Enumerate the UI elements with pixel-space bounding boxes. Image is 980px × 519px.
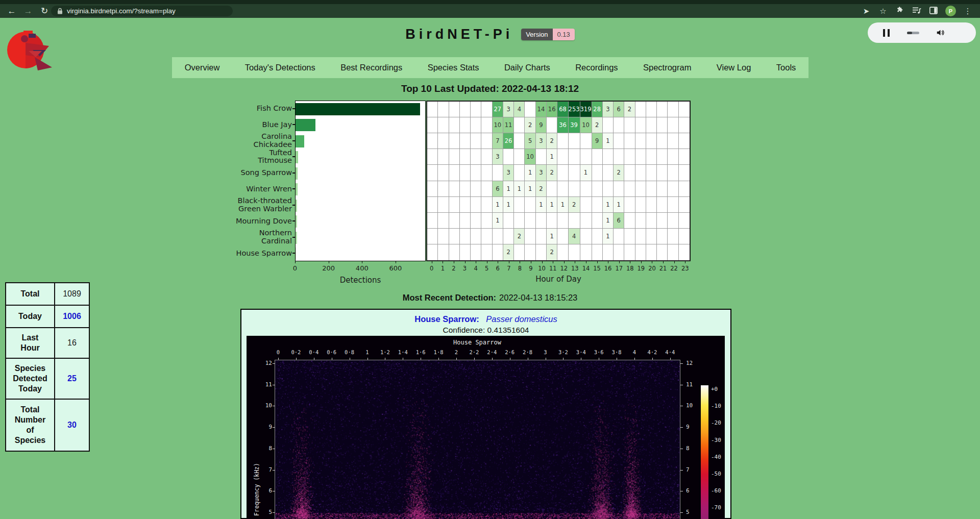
pause-icon[interactable] bbox=[883, 29, 890, 37]
heatmap-cell: 2 bbox=[614, 165, 624, 181]
bar-axis-tickmark bbox=[396, 261, 396, 263]
profile-avatar[interactable]: P bbox=[945, 6, 956, 16]
spectrogram-x-tick-16: 3·2 bbox=[558, 349, 568, 355]
spectrogram-x-tickmark bbox=[332, 358, 332, 360]
side-panel-icon[interactable] bbox=[928, 7, 939, 16]
bar-axis-tick-0: 0 bbox=[293, 264, 297, 272]
heatmap-cell bbox=[525, 213, 535, 229]
stats-value[interactable]: 30 bbox=[55, 399, 89, 451]
spectrogram-y-tickmark bbox=[680, 363, 683, 364]
audio-scrubber[interactable] bbox=[907, 32, 919, 34]
heatmap-cell: 1 bbox=[603, 197, 614, 213]
heatmap-cell bbox=[525, 102, 535, 117]
spectrogram-x-tickmark bbox=[599, 358, 599, 360]
nav-item-tools[interactable]: Tools bbox=[773, 63, 799, 72]
species-label-winter-wren: Winter Wren bbox=[235, 181, 292, 197]
spectrogram-x-tick-11: 2·2 bbox=[469, 349, 479, 355]
spectrogram-x-tickmark bbox=[350, 358, 350, 360]
heatmap-cell: 3 bbox=[536, 165, 547, 181]
nav-item-spectrogram[interactable]: Spectrogram bbox=[640, 63, 694, 72]
spectrogram-y-tick-right-6: 6 bbox=[686, 487, 690, 494]
hour-tickmark bbox=[663, 261, 664, 263]
stats-value[interactable]: 25 bbox=[55, 358, 89, 399]
nav-item-species-stats[interactable]: Species Stats bbox=[425, 63, 482, 72]
heatmap-cell bbox=[536, 229, 547, 244]
back-icon[interactable]: ← bbox=[5, 4, 18, 18]
most-recent-detection: Most Recent Detection:2022-04-13 18:15:2… bbox=[0, 293, 980, 303]
y-tick bbox=[292, 220, 295, 221]
nav-item-overview[interactable]: Overview bbox=[182, 63, 223, 72]
spectrogram-x-tick-13: 2·6 bbox=[505, 349, 514, 355]
hour-tickmark bbox=[443, 261, 443, 263]
browser-menu-icon[interactable]: ⋮ bbox=[963, 7, 973, 16]
heatmap-cell bbox=[557, 149, 568, 165]
heatmap-cell bbox=[460, 197, 471, 213]
heatmap-cell bbox=[668, 229, 678, 244]
hourly-heatmap: 2734141668253319283621011293639102726532… bbox=[426, 101, 691, 261]
heatmap-cell bbox=[514, 197, 525, 213]
stats-value[interactable]: 1006 bbox=[55, 305, 89, 328]
heatmap-cell bbox=[646, 244, 657, 260]
heatmap-cell: 26 bbox=[503, 133, 514, 149]
heatmap-cell bbox=[603, 244, 614, 260]
heatmap-cell bbox=[624, 149, 635, 165]
heatmap-cell bbox=[438, 197, 449, 213]
bar-axis-tick-200: 200 bbox=[322, 264, 335, 272]
hour-tickmark bbox=[630, 261, 630, 263]
heatmap-cell: 3 bbox=[503, 102, 514, 117]
hour-tickmark bbox=[674, 261, 675, 263]
media-playlist-icon[interactable] bbox=[912, 7, 922, 16]
hour-tick-11: 11 bbox=[549, 265, 557, 272]
heatmap-cell bbox=[679, 117, 690, 133]
nav-item-best-recordings[interactable]: Best Recordings bbox=[337, 63, 405, 72]
heatmap-cell bbox=[536, 149, 547, 165]
spectrogram-y-tickmark bbox=[273, 385, 275, 385]
species-common-name-link[interactable]: House Sparrow: bbox=[414, 314, 479, 324]
heatmap-cell: 6 bbox=[614, 102, 624, 117]
y-tick bbox=[292, 140, 295, 141]
heatmap-cell bbox=[668, 149, 678, 165]
colorbar-label-60: -60 bbox=[711, 487, 721, 494]
share-icon[interactable]: ➤ bbox=[861, 7, 871, 16]
heatmap-cell bbox=[668, 165, 678, 181]
stats-label: Species Detected Today bbox=[6, 358, 55, 399]
species-latin-name-link[interactable]: Passer domesticus bbox=[486, 314, 557, 324]
stats-label: Last Hour bbox=[6, 328, 55, 358]
hour-tickmark bbox=[476, 261, 476, 263]
nav-item-recordings[interactable]: Recordings bbox=[572, 63, 621, 72]
heatmap-cell: 7 bbox=[493, 133, 503, 149]
spectrogram-y-tickmark bbox=[273, 427, 275, 428]
spectrogram-x-tick-9: 1·8 bbox=[434, 349, 444, 355]
heatmap-cell bbox=[624, 165, 635, 181]
heatmap-cell bbox=[668, 244, 678, 260]
stats-row-today: Today1006 bbox=[6, 305, 89, 328]
spectrogram-x-tick-10: 2 bbox=[455, 349, 458, 355]
heatmap-cell bbox=[569, 213, 580, 229]
hour-tick-15: 15 bbox=[593, 265, 601, 272]
heatmap-cell bbox=[657, 244, 668, 260]
nav-item-daily-charts[interactable]: Daily Charts bbox=[501, 63, 553, 72]
heatmap-cell: 1 bbox=[503, 197, 514, 213]
heatmap-cell: 1 bbox=[525, 165, 535, 181]
address-bar[interactable]: virginia.birdnetpi.com/?stream=play bbox=[51, 6, 233, 16]
heatmap-cell bbox=[493, 244, 503, 260]
heatmap-cell bbox=[481, 181, 492, 197]
bookmark-star-icon[interactable]: ☆ bbox=[878, 7, 888, 16]
heatmap-cell bbox=[624, 213, 635, 229]
heatmap-cell bbox=[449, 181, 460, 197]
nav-item-today-s-detections[interactable]: Today's Detections bbox=[242, 63, 318, 72]
reload-icon[interactable]: ↻ bbox=[38, 4, 51, 18]
heatmap-cell: 2 bbox=[547, 133, 557, 149]
species-label-house-sparrow: House Sparrow bbox=[235, 245, 292, 262]
hour-tickmark bbox=[619, 261, 620, 263]
volume-icon[interactable] bbox=[936, 28, 945, 37]
nav-item-view-log[interactable]: View Log bbox=[714, 63, 754, 72]
extensions-puzzle-icon[interactable] bbox=[895, 6, 905, 16]
audio-player[interactable] bbox=[868, 22, 976, 43]
heatmap-cell bbox=[557, 133, 568, 149]
heatmap-cell: 2 bbox=[514, 229, 525, 244]
y-tick bbox=[292, 253, 295, 254]
heatmap-cell bbox=[449, 213, 460, 229]
forward-icon[interactable]: → bbox=[21, 4, 35, 18]
heatmap-cell bbox=[657, 213, 668, 229]
